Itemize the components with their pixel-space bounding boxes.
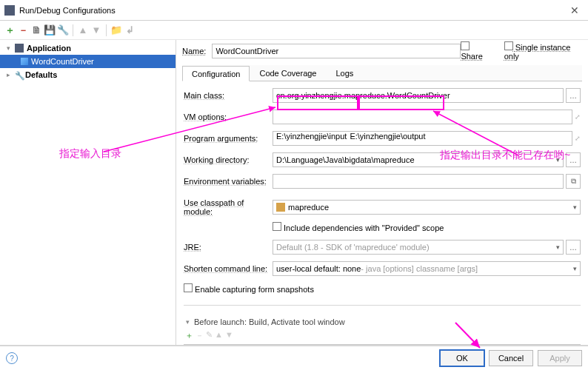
application-icon: [15, 44, 24, 53]
env-vars-input[interactable]: [273, 174, 564, 189]
name-input[interactable]: [212, 44, 461, 58]
tree-node-defaults[interactable]: ▸ 🔧 Defaults: [0, 68, 176, 81]
run-config-icon: [21, 58, 28, 65]
working-dir-input[interactable]: D:\Language\Java\bigdata\mapreduce: [273, 152, 564, 167]
expand-icon[interactable]: ⤢: [575, 135, 581, 142]
add-icon[interactable]: ＋: [4, 25, 15, 36]
config-tree: ▾ Application WordCountDriver ▸ 🔧 Defaul…: [0, 40, 176, 345]
toolbar: ＋ － 🗎 💾 🔧 ▲ ▼ 📁 ↲: [0, 21, 588, 40]
include-provided-checkbox[interactable]: Include dependencies with "Provided" sco…: [273, 222, 444, 232]
bl-add-icon[interactable]: ＋: [185, 330, 193, 341]
program-args-input[interactable]: E:\yinzhengjie\input E:\yinzhengjie\outp…: [273, 131, 572, 146]
single-instance-checkbox[interactable]: Single instance only: [504, 41, 576, 61]
browse-working-dir-button[interactable]: …: [566, 152, 581, 167]
bl-edit-icon[interactable]: ✎: [206, 330, 213, 341]
divider: [184, 305, 581, 306]
bl-down-icon[interactable]: ▼: [225, 330, 233, 341]
shorten-label: Shorten command line:: [184, 264, 273, 273]
vm-options-label: VM options:: [184, 112, 273, 121]
browse-main-class-button[interactable]: …: [566, 88, 581, 103]
move-down-icon[interactable]: ▼: [91, 25, 101, 36]
collapse-icon[interactable]: ↲: [124, 25, 135, 36]
jre-label: JRE:: [184, 243, 273, 252]
before-launch-title[interactable]: ▾Before launch: Build, Activate tool win…: [184, 315, 581, 329]
working-dir-label: Working directory:: [184, 155, 273, 164]
shorten-combo[interactable]: user-local default: none - java [options…: [273, 261, 581, 276]
name-label: Name:: [182, 47, 206, 56]
bl-remove-icon[interactable]: －: [196, 330, 204, 341]
expander-icon[interactable]: ▸: [4, 71, 12, 78]
program-args-label: Program arguments:: [184, 134, 273, 143]
edit-icon[interactable]: 🔧: [58, 25, 68, 36]
separator: [106, 24, 107, 36]
vm-options-input[interactable]: [273, 110, 572, 124]
bl-up-icon[interactable]: ▲: [215, 330, 223, 341]
help-icon[interactable]: ?: [6, 352, 18, 364]
expander-icon[interactable]: ▾: [4, 44, 12, 52]
wrench-icon: 🔧: [15, 71, 22, 78]
save-icon[interactable]: 💾: [44, 25, 55, 36]
copy-icon[interactable]: 🗎: [31, 25, 41, 36]
classpath-label: Use classpath of module:: [184, 198, 273, 216]
close-icon[interactable]: ✕: [566, 4, 584, 16]
app-icon: [4, 5, 15, 16]
main-class-label: Main class:: [184, 91, 273, 100]
share-checkbox[interactable]: Share: [461, 41, 489, 61]
tab-configuration[interactable]: Configuration: [182, 66, 250, 81]
jre-combo[interactable]: Default (1.8 - SDK of 'mapreduce' module…: [273, 240, 564, 255]
module-icon: [276, 203, 285, 212]
folder-icon[interactable]: 📁: [111, 25, 121, 36]
window-title: Run/Debug Configurations: [19, 6, 116, 15]
browse-jre-button[interactable]: …: [566, 240, 581, 255]
tab-logs[interactable]: Logs: [327, 65, 364, 81]
tree-node-application[interactable]: ▾ Application: [0, 41, 176, 55]
cancel-button[interactable]: Cancel: [489, 350, 533, 366]
main-class-input[interactable]: [273, 88, 564, 103]
ok-button[interactable]: OK: [440, 350, 484, 366]
env-vars-label: Environment variables:: [184, 177, 273, 186]
move-up-icon[interactable]: ▲: [78, 25, 88, 36]
expand-icon[interactable]: ⤢: [575, 113, 581, 121]
tree-node-wordcountdriver[interactable]: WordCountDriver: [0, 55, 176, 68]
separator: [73, 24, 73, 36]
tabs: Configuration Code Coverage Logs: [182, 65, 582, 81]
browse-env-button[interactable]: ⧉: [566, 174, 581, 189]
tab-code-coverage[interactable]: Code Coverage: [250, 65, 326, 81]
remove-icon[interactable]: －: [18, 25, 28, 36]
classpath-combo[interactable]: mapreduce: [273, 200, 581, 215]
enable-capturing-checkbox[interactable]: Enable capturing form snapshots: [184, 283, 314, 294]
apply-button[interactable]: Apply: [538, 350, 582, 366]
